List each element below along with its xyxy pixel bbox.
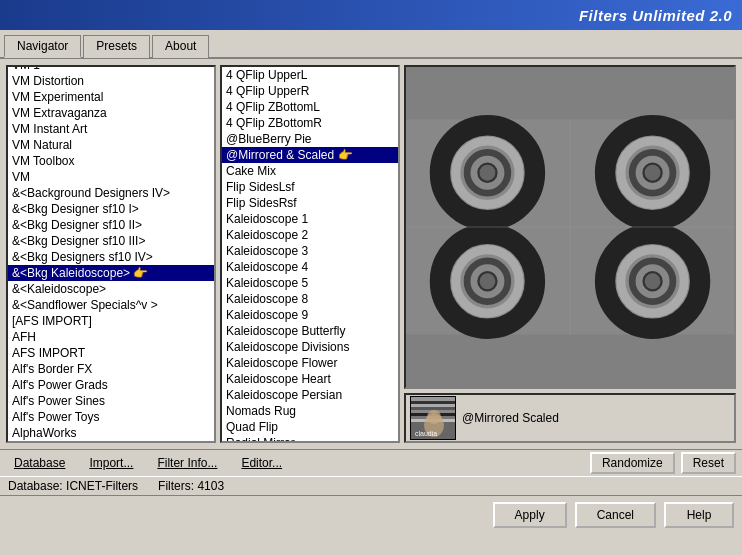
category-list-item[interactable]: VM Extravaganza: [8, 105, 214, 121]
svg-rect-20: [411, 397, 456, 401]
category-list-item[interactable]: Alf's Border FX: [8, 361, 214, 377]
status-bar: Database: ICNET-Filters Filters: 4103: [0, 477, 742, 495]
filter-list-item[interactable]: 4 QFlip UpperR: [222, 83, 398, 99]
svg-rect-23: [411, 407, 456, 410]
bottom-button-row: Apply Cancel Help: [0, 495, 742, 534]
filter-list[interactable]: 4 QFlip UpperL4 QFlip UpperR4 QFlip ZBot…: [222, 67, 398, 441]
filters-value: 4103: [197, 479, 224, 493]
editor-button[interactable]: Editor...: [233, 454, 290, 472]
filter-list-item[interactable]: Flip SidesLsf: [222, 179, 398, 195]
category-list-item[interactable]: [AFS IMPORT]: [8, 313, 214, 329]
filters-label: Filters: 4103: [158, 479, 224, 493]
category-list-item[interactable]: &<Bkg Designer sf10 II>: [8, 217, 214, 233]
preview-image: [404, 65, 736, 389]
filter-panel: 4 QFlip UpperL4 QFlip UpperR4 QFlip ZBot…: [220, 65, 400, 443]
preview-panel: claudia @Mirrored Scaled: [404, 65, 736, 443]
filter-list-item[interactable]: Kaleidoscope 8: [222, 291, 398, 307]
category-list-item[interactable]: Alf's Power Grads: [8, 377, 214, 393]
category-list-item[interactable]: &<Kaleidoscope>: [8, 281, 214, 297]
import-button[interactable]: Import...: [81, 454, 141, 472]
category-list-item[interactable]: VM Experimental: [8, 89, 214, 105]
apply-button[interactable]: Apply: [493, 502, 567, 528]
thumbnail-image: claudia: [410, 396, 456, 440]
svg-point-8: [644, 164, 662, 182]
tab-about[interactable]: About: [152, 35, 209, 58]
filter-list-item[interactable]: Flip SidesRsf: [222, 195, 398, 211]
category-list[interactable]: VM 1VM DistortionVM ExperimentalVM Extra…: [8, 67, 214, 441]
database-button[interactable]: Database: [6, 454, 73, 472]
category-list-item[interactable]: VM: [8, 169, 214, 185]
preview-thumbnail-row: claudia @Mirrored Scaled: [404, 393, 736, 443]
category-list-item[interactable]: &<Bkg Designer sf10 III>: [8, 233, 214, 249]
app-title: Filters Unlimited 2.0: [579, 7, 732, 24]
filter-list-item[interactable]: @BlueBerry Pie: [222, 131, 398, 147]
cancel-button[interactable]: Cancel: [575, 502, 656, 528]
filter-list-item[interactable]: Kaleidoscope Divisions: [222, 339, 398, 355]
tab-bar: Navigator Presets About: [0, 30, 742, 59]
tab-presets[interactable]: Presets: [83, 35, 150, 58]
filter-list-item[interactable]: Kaleidoscope Persian: [222, 387, 398, 403]
filter-list-item[interactable]: 4 QFlip ZBottomL: [222, 99, 398, 115]
filter-list-item[interactable]: Kaleidoscope Heart: [222, 371, 398, 387]
main-content: VM 1VM DistortionVM ExperimentalVM Extra…: [0, 59, 742, 449]
database-label: Database: ICNET-Filters: [8, 479, 138, 493]
filter-list-item[interactable]: @Mirrored & Scaled 👉: [222, 147, 398, 163]
category-list-item[interactable]: VM Distortion: [8, 73, 214, 89]
svg-point-12: [478, 272, 496, 290]
svg-text:claudia: claudia: [415, 430, 437, 437]
filter-list-item[interactable]: Kaleidoscope 1: [222, 211, 398, 227]
category-list-item[interactable]: &<Background Designers IV>: [8, 185, 214, 201]
filter-list-item[interactable]: Kaleidoscope 4: [222, 259, 398, 275]
toolbar-row: Database Import... Filter Info... Editor…: [0, 449, 742, 477]
database-value: ICNET-Filters: [66, 479, 138, 493]
filter-list-item[interactable]: 4 QFlip UpperL: [222, 67, 398, 83]
category-list-item[interactable]: &<Bkg Kaleidoscope> 👉: [8, 265, 214, 281]
category-list-item[interactable]: Alf's Power Sines: [8, 393, 214, 409]
svg-point-29: [427, 410, 441, 424]
randomize-button[interactable]: Randomize: [590, 452, 675, 474]
category-list-item[interactable]: &<Bkg Designers sf10 IV>: [8, 249, 214, 265]
reset-button[interactable]: Reset: [681, 452, 736, 474]
category-list-item[interactable]: Alf's Power Toys: [8, 409, 214, 425]
filter-list-item[interactable]: Kaleidoscope Butterfly: [222, 323, 398, 339]
filter-list-item[interactable]: Kaleidoscope 5: [222, 275, 398, 291]
svg-rect-21: [411, 401, 456, 404]
filter-info-button[interactable]: Filter Info...: [149, 454, 225, 472]
category-list-item[interactable]: VM Instant Art: [8, 121, 214, 137]
filter-list-item[interactable]: 4 QFlip ZBottomR: [222, 115, 398, 131]
title-bar: Filters Unlimited 2.0: [0, 0, 742, 30]
category-list-item[interactable]: AlphaWorks: [8, 425, 214, 441]
category-list-item[interactable]: VM Natural: [8, 137, 214, 153]
filter-list-item[interactable]: Kaleidoscope Flower: [222, 355, 398, 371]
preview-filter-label: @Mirrored Scaled: [462, 411, 559, 425]
svg-rect-22: [411, 404, 456, 407]
tab-navigator[interactable]: Navigator: [4, 35, 81, 58]
category-list-item[interactable]: VM Toolbox: [8, 153, 214, 169]
filter-list-item[interactable]: Nomads Rug: [222, 403, 398, 419]
category-list-item[interactable]: AFS IMPORT: [8, 345, 214, 361]
filter-list-item[interactable]: Quad Flip: [222, 419, 398, 435]
category-list-item[interactable]: &<Sandflower Specials^v >: [8, 297, 214, 313]
svg-point-4: [478, 164, 496, 182]
filter-list-item[interactable]: Cake Mix: [222, 163, 398, 179]
filter-list-item[interactable]: Radial Mirror: [222, 435, 398, 441]
filter-list-item[interactable]: Kaleidoscope 9: [222, 307, 398, 323]
category-panel: VM 1VM DistortionVM ExperimentalVM Extra…: [6, 65, 216, 443]
category-list-item[interactable]: &<Bkg Designer sf10 I>: [8, 201, 214, 217]
svg-point-16: [644, 272, 662, 290]
filter-list-item[interactable]: Kaleidoscope 2: [222, 227, 398, 243]
help-button[interactable]: Help: [664, 502, 734, 528]
filter-list-item[interactable]: Kaleidoscope 3: [222, 243, 398, 259]
category-list-item[interactable]: AFH: [8, 329, 214, 345]
